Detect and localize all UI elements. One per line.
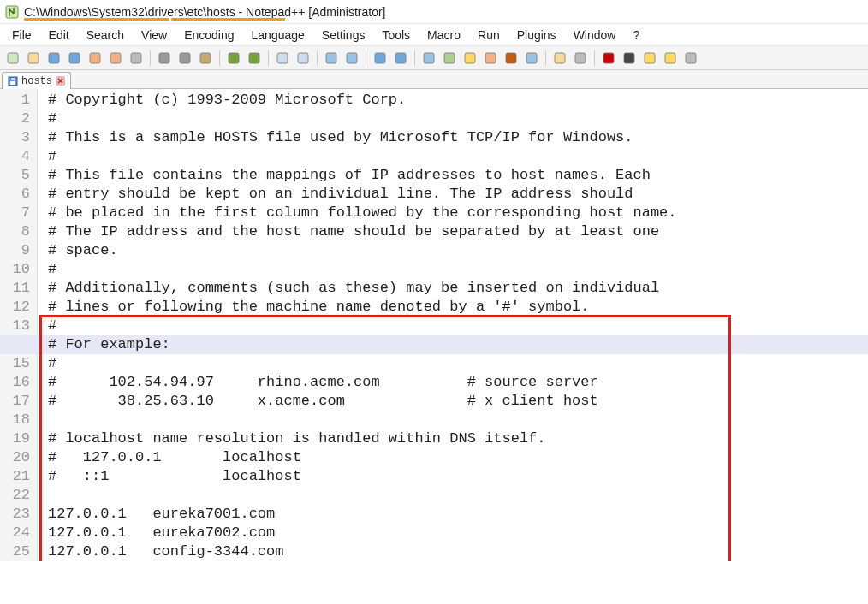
play-multi-button[interactable] — [661, 49, 680, 68]
svg-rect-9 — [180, 53, 190, 63]
menu-view[interactable]: View — [133, 27, 175, 44]
wordwrap-icon — [422, 51, 436, 65]
svg-rect-12 — [249, 53, 259, 63]
sync-h-button[interactable] — [391, 49, 410, 68]
wordwrap-button[interactable] — [419, 49, 438, 68]
svg-rect-21 — [465, 53, 475, 63]
redo-icon — [247, 51, 261, 65]
sync-v-icon — [373, 51, 387, 65]
svg-rect-28 — [624, 53, 634, 63]
folder-icon — [553, 51, 567, 65]
doc-map-icon — [525, 51, 538, 65]
save-button[interactable] — [45, 49, 63, 68]
svg-rect-2 — [28, 53, 39, 63]
line-number-gutter: 1 2 3 4 5 6 7 8 9 10 11 12 13 14 15 16 1… — [0, 89, 38, 561]
cut-button[interactable] — [155, 49, 174, 68]
svg-rect-8 — [159, 53, 169, 63]
save-all-icon — [68, 51, 81, 65]
annotation-underline-2 — [171, 18, 285, 21]
language-button[interactable] — [481, 49, 500, 68]
zoom-in-button[interactable] — [322, 49, 341, 68]
menu-language[interactable]: Language — [243, 27, 313, 44]
indent-guide-button[interactable] — [461, 49, 479, 68]
copy-icon — [178, 51, 192, 65]
svg-rect-34 — [11, 78, 15, 80]
copy-button[interactable] — [175, 49, 194, 68]
menu-encoding[interactable]: Encoding — [175, 27, 242, 44]
new-file-icon — [6, 51, 20, 65]
svg-rect-4 — [69, 53, 80, 63]
monitor-icon — [574, 51, 587, 65]
replace-button[interactable] — [294, 49, 312, 68]
new-file-button[interactable] — [3, 49, 22, 68]
toolbar — [0, 46, 868, 70]
svg-rect-22 — [485, 53, 496, 63]
svg-rect-14 — [298, 53, 308, 63]
svg-rect-26 — [575, 53, 586, 63]
menu-settings[interactable]: Settings — [313, 27, 374, 44]
save-all-button[interactable] — [65, 49, 84, 68]
zoom-in-icon — [324, 51, 338, 65]
paste-icon — [199, 51, 212, 65]
play-icon — [643, 51, 657, 65]
svg-rect-19 — [424, 53, 434, 63]
toolbar-separator — [150, 50, 151, 66]
editor[interactable]: 1 2 3 4 5 6 7 8 9 10 11 12 13 14 15 16 1… — [0, 89, 868, 561]
svg-rect-25 — [555, 53, 565, 63]
stop-button[interactable] — [620, 49, 639, 68]
open-file-button[interactable] — [24, 49, 43, 68]
menu-tools[interactable]: Tools — [373, 27, 419, 44]
menu-help[interactable]: ? — [624, 27, 648, 44]
folder-button[interactable] — [550, 49, 569, 68]
save-macro-button[interactable] — [681, 49, 700, 68]
print-icon — [129, 51, 143, 65]
sync-v-button[interactable] — [371, 49, 389, 68]
svg-rect-7 — [131, 53, 141, 63]
svg-rect-31 — [686, 53, 696, 63]
svg-rect-3 — [49, 53, 59, 63]
replace-icon — [296, 51, 310, 65]
svg-rect-23 — [506, 53, 516, 63]
svg-rect-16 — [347, 53, 357, 63]
play-button[interactable] — [640, 49, 659, 68]
svg-rect-18 — [395, 53, 406, 63]
annotation-underline-1 — [24, 18, 169, 21]
spell-button[interactable] — [502, 49, 520, 68]
file-tab-hosts[interactable]: hosts — [2, 72, 71, 89]
find-button[interactable] — [273, 49, 292, 68]
svg-rect-10 — [200, 53, 211, 63]
print-button[interactable] — [127, 49, 146, 68]
menu-search[interactable]: Search — [78, 27, 133, 44]
svg-rect-27 — [603, 53, 614, 63]
svg-rect-33 — [10, 81, 15, 85]
close-all-button[interactable] — [106, 49, 125, 68]
redo-button[interactable] — [245, 49, 264, 68]
svg-rect-11 — [229, 53, 239, 63]
show-all-button[interactable] — [440, 49, 459, 68]
menu-edit[interactable]: Edit — [40, 27, 78, 44]
tab-bar: hosts — [0, 70, 868, 89]
zoom-out-button[interactable] — [342, 49, 361, 68]
menu-window[interactable]: Window — [565, 27, 625, 44]
paste-button[interactable] — [196, 49, 215, 68]
menu-plugins[interactable]: Plugins — [508, 27, 565, 44]
menu-macro[interactable]: Macro — [419, 27, 469, 44]
close-icon[interactable] — [56, 76, 65, 86]
app-icon — [5, 5, 19, 19]
toolbar-separator — [317, 50, 318, 66]
open-file-icon — [27, 51, 40, 65]
save-macro-icon — [684, 51, 698, 65]
code-area[interactable]: # Copyright (c) 1993-2009 Microsoft Corp… — [38, 89, 868, 561]
menu-file[interactable]: File — [3, 27, 40, 44]
save-icon — [47, 51, 61, 65]
play-multi-icon — [663, 51, 677, 65]
undo-icon — [227, 51, 241, 65]
title-bar: C:\Windows\System32\drivers\etc\hosts - … — [0, 0, 868, 24]
undo-button[interactable] — [224, 49, 243, 68]
menu-run[interactable]: Run — [469, 27, 508, 44]
doc-map-button[interactable] — [522, 49, 541, 68]
monitor-button[interactable] — [571, 49, 590, 68]
record-button[interactable] — [599, 49, 618, 68]
close-button[interactable] — [86, 49, 104, 68]
cut-icon — [158, 51, 171, 65]
